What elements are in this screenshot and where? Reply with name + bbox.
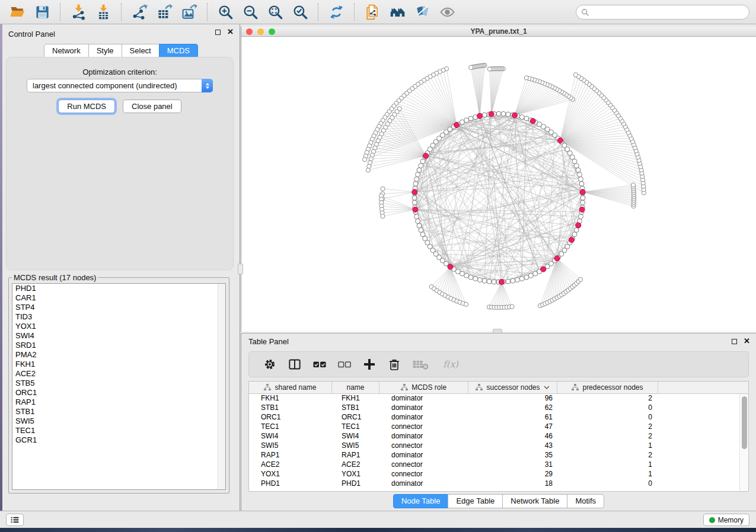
import-network-icon xyxy=(71,4,87,20)
table-tab-edge-table[interactable]: Edge Table xyxy=(448,494,503,508)
optimization-criterion-value: largest connected component (undirected) xyxy=(27,81,202,90)
network-graph[interactable] xyxy=(241,37,756,331)
select-all-icon xyxy=(312,357,327,371)
open-session-button[interactable] xyxy=(7,2,27,22)
mcds-result-node[interactable]: SWI5 xyxy=(12,416,225,426)
share-document-button[interactable] xyxy=(362,2,382,22)
refresh-button[interactable] xyxy=(326,2,346,22)
table-row-STB1[interactable]: STB1STB1dominator620 xyxy=(249,403,739,413)
mcds-result-node[interactable]: PHD1 xyxy=(12,284,225,293)
mcds-result-node[interactable]: TEC1 xyxy=(12,426,225,435)
tab-network[interactable]: Network xyxy=(44,44,89,58)
mcds-result-node[interactable]: TID3 xyxy=(12,312,225,322)
cell-MCDS-role: dominator xyxy=(379,432,468,441)
save-session-icon xyxy=(34,4,50,20)
zoom-selected-button[interactable] xyxy=(290,2,310,22)
select-stepper-icon xyxy=(202,79,213,92)
import-network-button[interactable] xyxy=(68,2,88,22)
export-network-icon xyxy=(132,4,148,20)
column-header-successor-nodes[interactable]: successor nodes xyxy=(468,382,557,393)
run-mcds-button[interactable]: Run MCDS xyxy=(58,100,115,113)
tab-select[interactable]: Select xyxy=(122,44,160,58)
memory-button[interactable]: Memory xyxy=(703,514,749,526)
table-scrollbar-thumb[interactable] xyxy=(742,396,747,449)
mcds-result-node[interactable]: CAR1 xyxy=(12,293,225,303)
node-table: shared namenameMCDS rolesuccessor nodesp… xyxy=(248,381,749,492)
mcds-result-node[interactable]: ACE2 xyxy=(12,369,225,379)
cell-predecessor-nodes: 0 xyxy=(557,479,658,489)
mcds-result-node[interactable]: STB5 xyxy=(12,379,225,388)
minimize-window-icon[interactable] xyxy=(257,28,264,35)
table-row-PHD1[interactable]: PHD1PHD1dominator180 xyxy=(249,479,739,489)
table-row-ACE2[interactable]: ACE2ACE2connector311 xyxy=(249,460,739,470)
export-image-button[interactable] xyxy=(179,2,199,22)
close-table-panel-icon[interactable]: ✕ xyxy=(744,338,750,344)
export-network-button[interactable] xyxy=(129,2,149,22)
close-window-icon[interactable] xyxy=(246,28,253,35)
toolbar-icon-group xyxy=(5,2,460,22)
node-table-body: FKH1FKH1dominator962STB1STB1dominator620… xyxy=(249,394,739,491)
zoom-out-button[interactable] xyxy=(240,2,260,22)
share-document-icon xyxy=(365,4,381,20)
search-input[interactable] xyxy=(592,8,744,17)
mcds-result-node[interactable]: SWI4 xyxy=(12,331,225,341)
column-header-name[interactable]: name xyxy=(332,382,379,393)
table-scrollbar[interactable] xyxy=(739,394,748,491)
mcds-result-node[interactable]: PMA2 xyxy=(12,350,225,360)
close-panel-button[interactable]: Close panel xyxy=(123,100,181,113)
float-panel-icon[interactable] xyxy=(215,30,221,35)
split-columns-button[interactable] xyxy=(288,355,302,374)
mcds-result-node[interactable]: FKH1 xyxy=(12,360,225,369)
column-header-predecessor-nodes[interactable]: predecessor nodes xyxy=(557,382,658,393)
mcds-result-node[interactable]: YOX1 xyxy=(12,322,225,331)
home-button[interactable] xyxy=(387,2,407,22)
table-row-RAP1[interactable]: RAP1RAP1dominator352 xyxy=(249,451,739,460)
save-session-button[interactable] xyxy=(32,2,52,22)
column-header-MCDS-role[interactable]: MCDS role xyxy=(379,382,468,393)
show-eye-button[interactable] xyxy=(437,2,457,22)
column-label: predecessor nodes xyxy=(582,383,643,392)
zoom-fit-icon xyxy=(267,4,283,20)
export-table-button[interactable] xyxy=(154,2,174,22)
table-tab-node-table[interactable]: Node Table xyxy=(393,494,449,508)
add-column-button[interactable] xyxy=(362,355,377,374)
table-row-ORC1[interactable]: ORC1ORC1dominator610 xyxy=(249,413,739,422)
mcds-result-node[interactable]: STP4 xyxy=(12,303,225,312)
column-header-shared-name[interactable]: shared name xyxy=(249,382,332,393)
hide-visuals-button[interactable] xyxy=(412,2,432,22)
tab-style[interactable]: Style xyxy=(88,44,122,58)
settings-button[interactable] xyxy=(263,355,277,374)
mcds-result-node[interactable]: SRD1 xyxy=(12,341,225,350)
deselect-all-button[interactable] xyxy=(337,355,352,374)
close-panel-icon[interactable]: ✕ xyxy=(227,29,234,35)
cell-MCDS-role: dominator xyxy=(379,413,468,422)
table-tab-network-table[interactable]: Network Table xyxy=(502,494,567,508)
network-canvas[interactable] xyxy=(241,37,756,332)
select-all-button[interactable] xyxy=(312,355,327,374)
zoom-fit-button[interactable] xyxy=(265,2,285,22)
table-tab-motifs[interactable]: Motifs xyxy=(567,494,604,508)
zoom-in-button[interactable] xyxy=(215,2,235,22)
mcds-result-node[interactable]: RAP1 xyxy=(12,398,225,407)
tab-mcds[interactable]: MCDS xyxy=(159,44,198,58)
tree-icon xyxy=(264,384,271,391)
table-row-SWI4[interactable]: SWI4SWI4dominator462 xyxy=(249,432,739,441)
table-row-YOX1[interactable]: YOX1YOX1connector291 xyxy=(249,470,739,479)
result-list-scrollbar[interactable] xyxy=(218,284,225,489)
cell-MCDS-role: connector xyxy=(379,441,468,451)
delete-column-button[interactable] xyxy=(387,355,401,374)
app-window: Control Panel ✕ NetworkStyleSelectMCDS O… xyxy=(0,0,756,532)
mcds-result-node[interactable]: ORC1 xyxy=(12,388,225,398)
task-history-button[interactable] xyxy=(6,514,24,526)
table-row-TEC1[interactable]: TEC1TEC1connector472 xyxy=(249,422,739,432)
mcds-result-node[interactable]: GCR1 xyxy=(12,435,225,445)
table-row-FKH1[interactable]: FKH1FKH1dominator962 xyxy=(249,394,739,403)
import-table-button[interactable] xyxy=(93,2,113,22)
table-row-SWI5[interactable]: SWI5SWI5connector431 xyxy=(249,441,739,451)
maximize-window-icon[interactable] xyxy=(269,28,275,35)
mcds-result-node[interactable]: STB1 xyxy=(12,407,225,416)
vertical-splitter-grip[interactable] xyxy=(238,264,243,274)
optimization-criterion-select[interactable]: largest connected component (undirected) xyxy=(27,79,213,92)
float-table-panel-icon[interactable] xyxy=(732,339,737,344)
column-header-filler xyxy=(658,382,748,393)
